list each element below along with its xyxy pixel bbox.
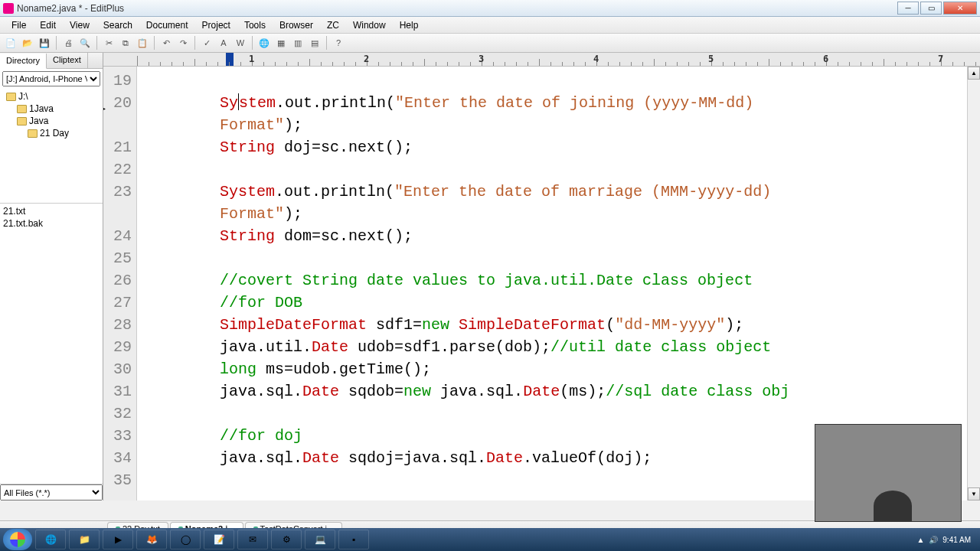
folder-icon xyxy=(17,105,27,113)
menu-project[interactable]: Project xyxy=(195,18,237,32)
menu-zc[interactable]: ZC xyxy=(320,18,346,32)
menu-tools[interactable]: Tools xyxy=(237,18,273,32)
tray-volume-icon[interactable]: 🔊 xyxy=(929,536,938,544)
tree-item[interactable]: 1Java xyxy=(0,103,103,115)
scroll-up-icon[interactable]: ▲ xyxy=(968,67,980,80)
folder-icon xyxy=(6,93,16,101)
menu-file[interactable]: File xyxy=(5,18,33,32)
windows-icon xyxy=(10,532,25,547)
system-tray[interactable]: ▲ 🔊 9:41 AM xyxy=(916,536,977,544)
minimize-button[interactable]: ─ xyxy=(897,2,919,15)
spell-icon[interactable]: ✓ xyxy=(199,35,214,51)
task-app2[interactable]: ✉ xyxy=(237,530,268,549)
new-icon[interactable]: 📄 xyxy=(3,35,18,51)
tab-directory[interactable]: Directory xyxy=(0,54,47,69)
help-icon[interactable]: ? xyxy=(331,35,346,51)
redo-icon[interactable]: ↷ xyxy=(175,35,191,51)
taskbar: 🌐 📁 ▶ 🦊 ◯ 📝 ✉ ⚙ 💻 ▪ ▲ 🔊 9:41 AM xyxy=(0,528,980,551)
tab-cliptext[interactable]: Cliptext xyxy=(47,53,88,68)
vertical-scrollbar[interactable]: ▲ ▼ xyxy=(967,67,980,500)
task-app3[interactable]: ⚙ xyxy=(271,530,302,549)
start-button[interactable] xyxy=(3,529,32,550)
folder-tree[interactable]: J:\1JavaJava21 Day xyxy=(0,89,103,204)
cut-icon[interactable]: ✂ xyxy=(101,35,116,51)
scroll-down-icon[interactable]: ▼ xyxy=(968,487,980,500)
menu-browser[interactable]: Browser xyxy=(273,18,320,32)
menu-window[interactable]: Window xyxy=(346,18,393,32)
tree-item[interactable]: 21 Day xyxy=(0,127,103,139)
close-button[interactable]: ✕ xyxy=(943,2,977,15)
line-gutter: 1920▸212223242526272829303132333435 xyxy=(103,67,137,500)
window-title: Noname2.java * - EditPlus xyxy=(17,3,896,14)
tile-icon[interactable]: ▥ xyxy=(290,35,305,51)
tray-flag-icon[interactable]: ▲ xyxy=(916,536,924,544)
undo-icon[interactable]: ↶ xyxy=(158,35,174,51)
file-list[interactable]: 21.txt21.txt.bak xyxy=(0,204,103,484)
folder-icon xyxy=(17,117,27,126)
titlebar: Noname2.java * - EditPlus ─ ▭ ✕ xyxy=(0,0,980,17)
font-a-icon[interactable]: A xyxy=(216,35,231,51)
menubar: FileEditViewSearchDocumentProjectToolsBr… xyxy=(0,17,980,34)
task-cmd[interactable]: ▪ xyxy=(338,530,369,549)
print-icon[interactable]: 🖨 xyxy=(60,35,76,51)
toolbar: 📄 📂 💾 🖨 🔍 ✂ ⧉ 📋 ↶ ↷ ✓ A W 🌐 ▦ ▥ ▤ ? xyxy=(0,34,980,53)
task-app4[interactable]: 💻 xyxy=(305,530,335,549)
task-app1[interactable]: 📝 xyxy=(204,530,234,549)
list-icon[interactable]: ▤ xyxy=(307,35,322,51)
side-panel: Directory Cliptext [J:] Android, I-Phone… xyxy=(0,53,103,500)
file-item[interactable]: 21.txt.bak xyxy=(3,217,100,230)
task-chrome[interactable]: ◯ xyxy=(170,530,201,549)
drive-select[interactable]: [J:] Android, I-Phone V xyxy=(2,71,100,86)
browser-icon[interactable]: 🌐 xyxy=(256,35,272,51)
tree-item[interactable]: J:\ xyxy=(0,90,103,103)
save-icon[interactable]: 💾 xyxy=(37,35,52,51)
task-media[interactable]: ▶ xyxy=(103,530,133,549)
maximize-button[interactable]: ▭ xyxy=(920,2,942,15)
task-firefox[interactable]: 🦊 xyxy=(136,530,167,549)
preview-icon[interactable]: 🔍 xyxy=(77,35,93,51)
wrap-icon[interactable]: W xyxy=(233,35,248,51)
tree-item[interactable]: Java xyxy=(0,115,103,127)
menu-edit[interactable]: Edit xyxy=(33,18,63,32)
copy-icon[interactable]: ⧉ xyxy=(118,35,133,51)
paste-icon[interactable]: 📋 xyxy=(135,35,150,51)
menu-search[interactable]: Search xyxy=(96,18,139,32)
file-item[interactable]: 21.txt xyxy=(3,205,100,217)
webcam-overlay xyxy=(815,424,962,522)
task-explorer[interactable]: 📁 xyxy=(69,530,100,549)
file-filter-select[interactable]: All Files (*.*) xyxy=(0,484,103,500)
tray-time: 9:41 AM xyxy=(942,536,971,544)
menu-view[interactable]: View xyxy=(63,18,96,32)
app-icon xyxy=(3,3,14,14)
task-ie[interactable]: 🌐 xyxy=(35,530,66,549)
window-icon[interactable]: ▦ xyxy=(273,35,289,51)
folder-icon xyxy=(28,129,38,138)
menu-help[interactable]: Help xyxy=(393,18,426,32)
ruler-cursor-mark xyxy=(226,53,234,67)
menu-document[interactable]: Document xyxy=(139,18,195,32)
open-icon[interactable]: 📂 xyxy=(20,35,35,51)
ruler: 1234567 xyxy=(103,53,980,67)
